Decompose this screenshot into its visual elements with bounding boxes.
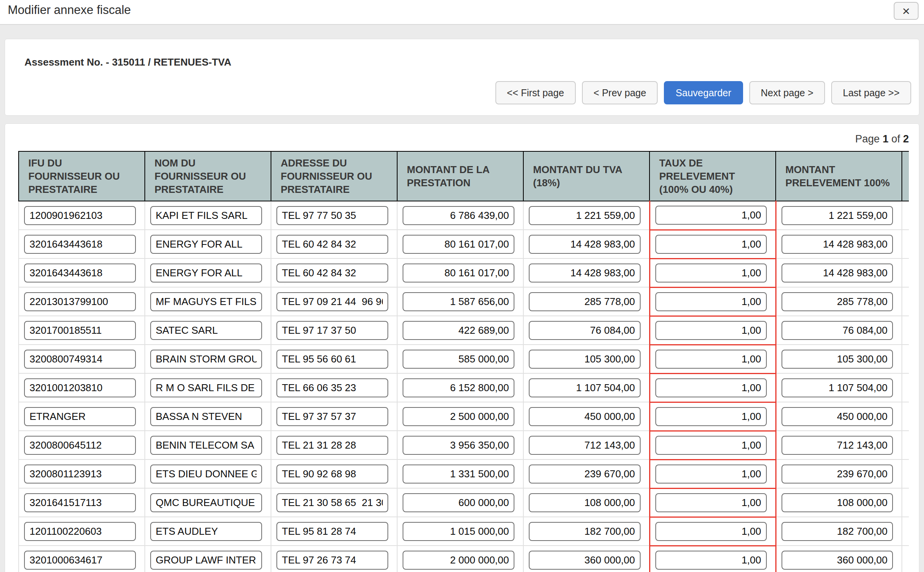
ifu-cell bbox=[19, 517, 145, 546]
prestation-input[interactable] bbox=[403, 551, 514, 570]
taux-input[interactable] bbox=[655, 551, 767, 570]
prelevement-input[interactable] bbox=[782, 493, 893, 512]
ifu-input[interactable] bbox=[24, 551, 136, 570]
prestation-input[interactable] bbox=[403, 378, 514, 397]
adresse-input[interactable] bbox=[276, 206, 388, 225]
save-button[interactable]: Sauvegarder bbox=[664, 81, 743, 104]
prelevement-input[interactable] bbox=[782, 292, 893, 311]
ifu-input[interactable] bbox=[24, 378, 136, 397]
prev-page-button[interactable]: < Prev page bbox=[582, 81, 658, 104]
prelevement-input[interactable] bbox=[782, 263, 893, 283]
prestation-input[interactable] bbox=[403, 235, 514, 254]
ifu-input[interactable] bbox=[24, 206, 136, 225]
taux-input[interactable] bbox=[655, 235, 767, 254]
adresse-input[interactable] bbox=[276, 465, 388, 484]
ifu-input[interactable] bbox=[24, 321, 136, 340]
prelevement-input[interactable] bbox=[782, 465, 893, 484]
taux-input[interactable] bbox=[655, 436, 767, 455]
ifu-input[interactable] bbox=[24, 350, 136, 369]
taux-input[interactable] bbox=[655, 378, 767, 397]
taux-input[interactable] bbox=[655, 350, 767, 369]
adresse-input[interactable] bbox=[276, 551, 388, 570]
table-scroll-area[interactable]: IFU DU FOURNISSEUR OU PRESTATAIRENOM DU … bbox=[18, 151, 909, 572]
tva-input[interactable] bbox=[529, 235, 641, 254]
ifu-input[interactable] bbox=[24, 436, 136, 455]
prelevement-input[interactable] bbox=[782, 235, 893, 254]
ifu-input[interactable] bbox=[24, 465, 136, 484]
nom-input[interactable] bbox=[150, 292, 262, 311]
prestation-input[interactable] bbox=[403, 407, 514, 426]
ifu-input[interactable] bbox=[24, 407, 136, 426]
prestation-input[interactable] bbox=[403, 436, 514, 455]
prelevement-input[interactable] bbox=[782, 407, 893, 426]
nom-input[interactable] bbox=[150, 378, 262, 397]
tva-input[interactable] bbox=[529, 407, 641, 426]
nom-input[interactable] bbox=[150, 493, 262, 512]
tva-input[interactable] bbox=[529, 522, 641, 541]
nom-input[interactable] bbox=[150, 436, 262, 455]
ifu-input[interactable] bbox=[24, 235, 136, 254]
tva-input[interactable] bbox=[529, 321, 641, 340]
prestation-input[interactable] bbox=[403, 321, 514, 340]
nom-input[interactable] bbox=[150, 551, 262, 570]
tva-input[interactable] bbox=[529, 292, 641, 311]
tva-input[interactable] bbox=[529, 551, 641, 570]
first-page-button[interactable]: << First page bbox=[495, 81, 576, 104]
adresse-input[interactable] bbox=[276, 407, 388, 426]
tva-input[interactable] bbox=[529, 378, 641, 397]
last-page-button[interactable]: Last page >> bbox=[831, 81, 911, 104]
nom-input[interactable] bbox=[150, 263, 262, 283]
prestation-input[interactable] bbox=[403, 263, 514, 283]
prestation-input[interactable] bbox=[403, 465, 514, 484]
ifu-input[interactable] bbox=[24, 292, 136, 311]
nom-input[interactable] bbox=[150, 465, 262, 484]
prelevement-input[interactable] bbox=[782, 436, 893, 455]
taux-input[interactable] bbox=[655, 292, 767, 311]
taux-input[interactable] bbox=[655, 206, 767, 225]
taux-input[interactable] bbox=[655, 263, 767, 283]
prelevement-input[interactable] bbox=[782, 206, 893, 225]
tva-input[interactable] bbox=[529, 465, 641, 484]
prestation-input[interactable] bbox=[403, 350, 514, 369]
tva-input[interactable] bbox=[529, 263, 641, 283]
prelevement-input[interactable] bbox=[782, 378, 893, 397]
tva-input[interactable] bbox=[529, 350, 641, 369]
taux-input[interactable] bbox=[655, 522, 767, 541]
ifu-input[interactable] bbox=[24, 263, 136, 283]
adresse-input[interactable] bbox=[276, 522, 388, 541]
adresse-input[interactable] bbox=[276, 493, 388, 512]
close-button[interactable]: × bbox=[894, 2, 919, 20]
nom-input[interactable] bbox=[150, 407, 262, 426]
adresse-input[interactable] bbox=[276, 263, 388, 283]
adresse-input[interactable] bbox=[276, 321, 388, 340]
nom-input[interactable] bbox=[150, 350, 262, 369]
table-card: Page 1 of 2 IFU DU FOURNISSEUR OU PRESTA… bbox=[5, 123, 919, 572]
tva-input[interactable] bbox=[529, 493, 641, 512]
prestation-input[interactable] bbox=[403, 206, 514, 225]
ifu-input[interactable] bbox=[24, 522, 136, 541]
prelevement-input[interactable] bbox=[782, 350, 893, 369]
adresse-input[interactable] bbox=[276, 378, 388, 397]
taux-input[interactable] bbox=[655, 465, 767, 484]
adresse-input[interactable] bbox=[276, 350, 388, 369]
prestation-input[interactable] bbox=[403, 493, 514, 512]
prestation-input[interactable] bbox=[403, 292, 514, 311]
ifu-input[interactable] bbox=[24, 493, 136, 512]
next-page-button[interactable]: Next page > bbox=[749, 81, 825, 104]
prestation-input[interactable] bbox=[403, 522, 514, 541]
prelevement-input[interactable] bbox=[782, 321, 893, 340]
nom-input[interactable] bbox=[150, 235, 262, 254]
adresse-input[interactable] bbox=[276, 235, 388, 254]
nom-input[interactable] bbox=[150, 206, 262, 225]
taux-input[interactable] bbox=[655, 321, 767, 340]
adresse-input[interactable] bbox=[276, 436, 388, 455]
nom-input[interactable] bbox=[150, 321, 262, 340]
prelevement-input[interactable] bbox=[782, 551, 893, 570]
nom-input[interactable] bbox=[150, 522, 262, 541]
adresse-input[interactable] bbox=[276, 292, 388, 311]
tva-input[interactable] bbox=[529, 206, 641, 225]
taux-input[interactable] bbox=[655, 407, 767, 426]
taux-input[interactable] bbox=[655, 493, 767, 512]
tva-input[interactable] bbox=[529, 436, 641, 455]
prelevement-input[interactable] bbox=[782, 522, 893, 541]
